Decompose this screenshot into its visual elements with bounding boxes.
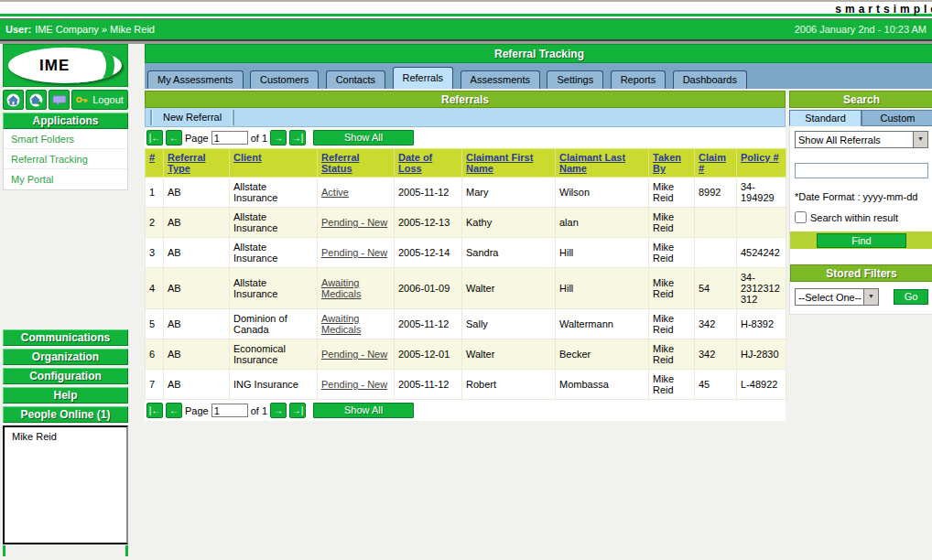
cell-policy: H-8392 — [737, 309, 786, 339]
cell-date: 2006-01-09 — [395, 268, 462, 309]
next-page-button[interactable]: → — [270, 403, 287, 418]
first-page-button[interactable]: |← — [146, 130, 163, 145]
application-window: smartsimple User:IME Company » Mike Reid… — [0, 0, 932, 560]
sidebar-item-referral-tracking[interactable]: Referral Tracking — [4, 149, 127, 169]
cell-last-name: Wilson — [556, 178, 649, 208]
sidebar-item-my-portal[interactable]: My Portal — [4, 169, 127, 189]
referral-status-link[interactable]: Pending - New — [321, 217, 387, 228]
referral-status-link[interactable]: Active — [321, 187, 349, 198]
referral-filter-value: Show All Referrals — [796, 135, 913, 145]
sidebar-item-smart-folders[interactable]: Smart Folders — [4, 129, 127, 149]
smartsimple-logo: smartsimple — [835, 3, 932, 16]
referral-status-link[interactable]: Pending - New — [321, 247, 387, 258]
first-page-button[interactable]: |← — [146, 403, 163, 418]
stored-filter-select[interactable]: --Select One-- ▼ — [795, 288, 879, 306]
cell-claim: 342 — [695, 339, 737, 370]
column-sort-link[interactable]: Claim # — [699, 152, 726, 174]
referral-status-link[interactable]: Awaiting Medicals — [321, 277, 361, 299]
cell-last-name: Becker — [556, 339, 649, 370]
tab-dashboards[interactable]: Dashboards — [673, 70, 747, 89]
referral-status-link[interactable]: Awaiting Medicals — [321, 313, 361, 335]
page-number-input[interactable] — [211, 131, 248, 145]
last-page-button[interactable]: →| — [289, 130, 306, 145]
referrals-toolbar: New Referral — [145, 108, 786, 127]
cell-client: Allstate Insurance — [230, 178, 318, 208]
tab-custom-search[interactable]: Custom — [862, 110, 932, 126]
logout-button[interactable]: Logout — [71, 90, 128, 110]
logo-swoosh-cut — [70, 48, 106, 83]
column-header: Referral Type — [164, 149, 230, 178]
cell-status: Pending - New — [318, 339, 395, 370]
cell-date: 2005-11-12 — [395, 370, 462, 400]
cell-num: 1 — [146, 178, 164, 208]
tab-referrals[interactable]: Referrals — [393, 67, 454, 89]
cell-first-name: Sandra — [462, 238, 556, 268]
last-page-button[interactable]: →| — [289, 403, 306, 418]
cell-taken-by: Mike Reid — [649, 339, 695, 370]
show-all-button[interactable]: Show All — [313, 130, 414, 145]
cell-taken-by: Mike Reid — [649, 238, 695, 268]
column-sort-link[interactable]: Policy # — [741, 152, 779, 163]
main-area: Referral Tracking My Assessments Custome… — [145, 44, 932, 421]
column-header: # — [146, 149, 164, 178]
cell-status: Pending - New — [318, 208, 395, 238]
sidebar-section-help[interactable]: Help — [3, 387, 128, 404]
home-add-button[interactable] — [26, 90, 47, 110]
column-sort-link[interactable]: Client — [233, 152, 262, 163]
search-body: Show All Referrals ▼ *Date Format : yyyy… — [789, 126, 932, 315]
home-button[interactable] — [3, 90, 24, 110]
tab-contacts[interactable]: Contacts — [326, 70, 385, 89]
person-online[interactable]: Mike Reid — [12, 431, 126, 442]
messages-button[interactable] — [49, 90, 70, 110]
cell-taken-by: Mike Reid — [649, 370, 695, 400]
referral-status-link[interactable]: Pending - New — [321, 349, 387, 360]
column-sort-link[interactable]: Referral Type — [168, 152, 206, 174]
column-sort-link[interactable]: # — [149, 152, 155, 163]
referral-filter-select[interactable]: Show All Referrals ▼ — [795, 131, 928, 148]
cell-num: 6 — [146, 339, 164, 370]
column-sort-link[interactable]: Claimant First Name — [466, 152, 533, 174]
cell-type: AB — [164, 268, 230, 309]
sidebar-section-organization[interactable]: Organization — [3, 349, 128, 365]
table-header-row: #Referral TypeClientReferral StatusDate … — [146, 149, 786, 178]
go-button[interactable]: Go — [894, 289, 928, 305]
column-sort-link[interactable]: Claimant Last Name — [559, 152, 625, 174]
table-row: 5ABDominion of CanadaAwaiting Medicals20… — [146, 309, 786, 339]
new-referral-button[interactable]: New Referral — [150, 110, 234, 125]
prev-page-button[interactable]: ← — [166, 403, 182, 418]
cell-claim: 54 — [695, 268, 737, 309]
referrals-panel-title: Referrals — [145, 91, 786, 108]
sidebar-section-configuration[interactable]: Configuration — [3, 368, 128, 384]
tab-my-assessments[interactable]: My Assessments — [147, 70, 244, 89]
page-number-input[interactable] — [211, 404, 248, 417]
sidebar-section-communications[interactable]: Communications — [3, 329, 128, 346]
column-sort-link[interactable]: Referral Status — [321, 152, 360, 174]
applications-header: Applications — [3, 113, 128, 129]
page-of-label: of 1 — [251, 133, 267, 144]
search-query-input[interactable] — [795, 163, 928, 178]
search-panel-title: Search — [789, 91, 932, 108]
referral-status-link[interactable]: Pending - New — [321, 379, 387, 390]
cell-claim: 45 — [695, 370, 737, 400]
search-within-result-checkbox[interactable] — [795, 211, 807, 223]
prev-page-button[interactable]: ← — [166, 130, 182, 145]
next-page-button[interactable]: → — [270, 130, 287, 145]
page-of-label: of 1 — [251, 405, 267, 416]
tab-customers[interactable]: Customers — [250, 70, 319, 89]
tab-standard-search[interactable]: Standard — [789, 110, 862, 126]
sidebar-section-people-online[interactable]: People Online (1) — [3, 406, 128, 423]
cell-first-name: Walter — [462, 339, 556, 370]
tab-assessments[interactable]: Assessments — [461, 70, 540, 89]
column-sort-link[interactable]: Date of Loss — [398, 152, 432, 174]
column-sort-link[interactable]: Taken By — [653, 152, 681, 174]
cell-type: AB — [164, 238, 230, 268]
cell-client: Allstate Insurance — [230, 268, 318, 309]
show-all-button[interactable]: Show All — [313, 403, 414, 418]
tab-settings[interactable]: Settings — [547, 70, 603, 89]
find-button[interactable]: Find — [817, 233, 906, 248]
tab-reports[interactable]: Reports — [611, 70, 666, 89]
page-label: Page — [185, 405, 209, 416]
cell-type: AB — [164, 339, 230, 370]
column-header: Claimant Last Name — [556, 149, 649, 178]
cell-num: 3 — [146, 238, 164, 268]
